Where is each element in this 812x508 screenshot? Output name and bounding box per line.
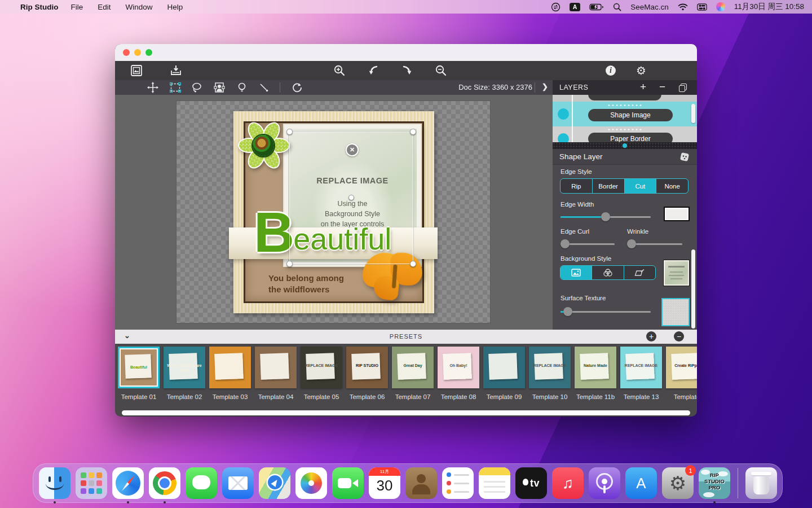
edge-style-cut[interactable]: Cut [625, 179, 657, 193]
preset-thumbnail[interactable] [483, 347, 525, 388]
preset-template-02[interactable]: Where Dreams are MadeTemplate 02 [164, 347, 205, 408]
layer-name-pill[interactable]: Shape Image [588, 109, 673, 121]
dock-ripstudio[interactable]: RIP STUDIO PRO [699, 467, 730, 499]
preset-thumbnail[interactable]: Beautiful [118, 347, 160, 388]
zoom-window-button[interactable] [145, 49, 152, 56]
preset-thumbnail[interactable]: Create RiPpe [666, 347, 697, 388]
settings-gear-icon[interactable]: ⚙ [634, 64, 648, 77]
dock-notes[interactable] [479, 467, 510, 499]
preset-template-13[interactable]: REPLACE IMAGETemplate 13 [620, 347, 662, 408]
preset-thumbnail[interactable]: REPLACE IMAGE [301, 347, 342, 388]
dock-mail[interactable] [222, 467, 254, 499]
rotate-tool-icon[interactable] [291, 82, 303, 93]
preset-template-10[interactable]: REPLACE IMAGETemplate 10 [529, 347, 571, 408]
preset-thumbnail[interactable]: REPLACE IMAGE [620, 347, 662, 388]
window-titlebar[interactable] [115, 44, 697, 61]
preset-thumbnail[interactable]: REPLACE IMAGE [529, 347, 571, 388]
preset-template-08[interactable]: Oh Baby!Template 08 [438, 347, 479, 408]
selection-handle-top-right[interactable] [410, 129, 416, 135]
dock-photos[interactable] [295, 467, 327, 499]
dock-calendar[interactable]: 11月30 [369, 467, 400, 499]
scrapbook-page[interactable]: REPLACE IMAGE Using the Background Style… [233, 111, 434, 313]
spotlight-icon[interactable] [613, 3, 621, 11]
zoom-out-icon[interactable] [434, 64, 448, 77]
background-style-fill-icon[interactable] [624, 266, 655, 279]
background-image-preview[interactable] [663, 260, 690, 286]
layer-row-partial-top[interactable] [553, 95, 697, 102]
input-source-icon[interactable]: A [570, 3, 580, 11]
move-tool-icon[interactable] [147, 82, 159, 93]
flower-embellishment[interactable] [237, 119, 290, 172]
selection-handle-top-left[interactable] [286, 129, 293, 135]
layer-visibility-toggle[interactable] [558, 108, 569, 120]
preset-template-06[interactable]: RIP STUDIOTemplate 06 [346, 347, 388, 408]
add-image-icon[interactable] [130, 64, 143, 77]
duplicate-layer-icon[interactable] [679, 84, 686, 91]
minimize-window-button[interactable] [134, 49, 141, 56]
surface-texture-swatch[interactable] [661, 298, 690, 326]
preset-thumbnail[interactable]: RIP STUDIO [346, 347, 388, 388]
selection-bounding-box[interactable]: ✕ [289, 132, 413, 264]
dock-reminders[interactable] [442, 467, 474, 499]
lasso-tool-icon[interactable] [191, 82, 203, 93]
selection-handle-bottom-left[interactable] [286, 261, 293, 267]
dock-safari[interactable] [112, 467, 144, 499]
add-layer-button[interactable]: + [640, 81, 646, 93]
menu-help[interactable]: Help [167, 3, 183, 11]
add-preset-button[interactable]: + [646, 331, 656, 341]
controls-scrollbar[interactable] [691, 249, 695, 329]
delete-layer-button[interactable]: ✕ [346, 143, 359, 156]
preset-thumbnail[interactable] [255, 347, 297, 388]
layer-visibility-toggle-2[interactable] [558, 133, 569, 142]
menubar-status-text[interactable]: SeeMac.cn [630, 3, 669, 11]
randomize-dice-icon[interactable] [679, 151, 690, 163]
dock-maps[interactable] [259, 467, 290, 499]
edge-paper-swatch[interactable] [664, 207, 690, 221]
wifi-icon[interactable] [678, 3, 688, 11]
battery-icon[interactable] [589, 3, 604, 11]
background-style-image-icon[interactable] [561, 266, 592, 279]
menubar-clock[interactable]: 11月30日 周三 10:58 [734, 2, 804, 12]
portrait-mask-tool-icon[interactable] [213, 82, 226, 93]
edge-style-border[interactable]: Border [593, 179, 625, 193]
edge-width-slider[interactable] [561, 212, 651, 221]
layer-name-pill-2[interactable]: Paper Border [588, 133, 673, 142]
selection-center-handle[interactable] [348, 195, 354, 200]
preset-template-09[interactable]: Template 09 [483, 347, 525, 408]
line-tool-icon[interactable] [258, 82, 270, 93]
edge-style-none[interactable]: None [656, 179, 688, 193]
dock-appstore[interactable]: A [625, 467, 657, 499]
redo-icon[interactable] [400, 64, 414, 77]
menu-edit[interactable]: Edit [98, 3, 111, 11]
preset-template-11b[interactable]: Nature MadeTemplate 11b [575, 347, 616, 408]
selection-handle-bottom-right[interactable] [410, 261, 416, 267]
preset-template-05[interactable]: REPLACE IMAGETemplate 05 [301, 347, 342, 408]
background-style-blend-icon[interactable] [592, 266, 624, 279]
panel-divider[interactable] [553, 142, 697, 149]
layer-row-paper-border[interactable]: Paper Border [553, 126, 697, 142]
dock-facetime[interactable] [332, 467, 364, 499]
import-icon[interactable] [169, 64, 183, 77]
dock-messages[interactable] [186, 467, 217, 499]
surface-texture-slider[interactable] [561, 307, 651, 316]
dock-finder[interactable] [39, 467, 70, 499]
layer-drag-handle-2[interactable] [608, 129, 642, 130]
lightbulb-tool-icon[interactable] [236, 82, 248, 93]
siri-icon[interactable] [716, 2, 725, 11]
dock-podcasts[interactable] [589, 467, 620, 499]
preset-template[interactable]: Create RiPpeTemplate [666, 347, 697, 408]
preset-thumbnail[interactable]: Great Day [392, 347, 434, 388]
panel-expander-chevron[interactable]: ❯ [542, 82, 548, 91]
preset-template-03[interactable]: Template 03 [209, 347, 251, 408]
rect-select-tool-icon[interactable] [169, 82, 182, 93]
layer-row-shape-image[interactable]: Shape Image [553, 102, 697, 126]
preset-template-01[interactable]: BeautifulTemplate 01 [118, 347, 160, 408]
dock-contacts[interactable] [405, 467, 437, 499]
dock-chrome[interactable] [149, 467, 180, 499]
preset-thumbnail[interactable] [209, 347, 251, 388]
menu-window[interactable]: Window [126, 3, 153, 11]
info-icon[interactable]: i [604, 64, 617, 77]
menu-file[interactable]: File [71, 3, 83, 11]
remove-preset-button[interactable]: − [674, 331, 684, 341]
layer-drag-handle[interactable] [608, 104, 642, 106]
